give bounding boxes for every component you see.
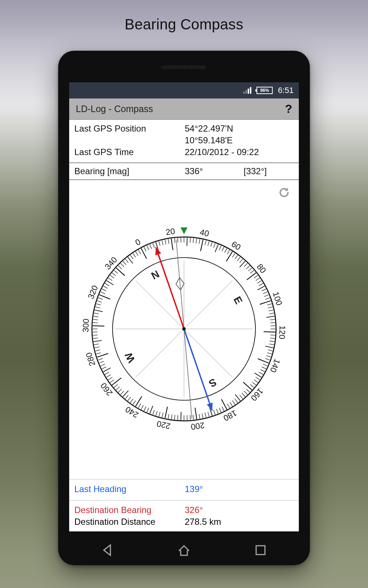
svg-line-124 [130, 399, 133, 403]
svg-line-162 [99, 295, 110, 299]
svg-line-141 [98, 358, 103, 360]
svg-line-58 [270, 319, 275, 320]
svg-line-64 [270, 338, 275, 338]
svg-text:W: W [123, 351, 137, 365]
gps-lat: 54°22.497'N [185, 123, 244, 134]
svg-line-139 [100, 364, 105, 366]
svg-line-5 [150, 244, 152, 249]
svg-line-32 [226, 251, 233, 261]
page-title: Bearing Compass [0, 0, 368, 33]
svg-line-125 [128, 397, 131, 401]
svg-line-31 [227, 250, 230, 254]
svg-line-172 [116, 268, 125, 276]
svg-line-84 [244, 391, 247, 394]
home-button[interactable] [177, 544, 191, 557]
svg-line-173 [118, 266, 121, 269]
svg-line-66 [269, 344, 274, 345]
gps-time-label: Last GPS Time [74, 147, 185, 157]
svg-line-165 [103, 286, 108, 288]
bearing-value: 336° [185, 166, 244, 176]
svg-line-96 [213, 410, 215, 415]
svg-line-54 [268, 307, 273, 308]
svg-line-112 [165, 407, 167, 418]
svg-line-76 [259, 372, 263, 375]
info-panel: Last GPS Position 54°22.497'N 10°59.148'… [69, 120, 299, 179]
svg-line-65 [270, 341, 275, 342]
svg-line-120 [141, 405, 143, 410]
compass-center [182, 327, 185, 330]
recent-button[interactable] [254, 544, 267, 557]
svg-line-71 [265, 358, 270, 360]
svg-line-167 [106, 280, 113, 285]
svg-line-45 [257, 280, 261, 283]
svg-line-107 [181, 412, 181, 420]
svg-line-170 [112, 273, 116, 276]
svg-line-110 [171, 415, 172, 419]
svg-line-129 [118, 389, 121, 392]
svg-line-209 [156, 247, 184, 329]
svg-line-147 [93, 340, 102, 341]
svg-line-133 [110, 380, 114, 383]
svg-line-180 [135, 251, 138, 255]
svg-text:260: 260 [99, 381, 114, 398]
svg-line-135 [106, 375, 110, 377]
svg-line-90 [230, 402, 233, 406]
svg-line-103 [193, 415, 194, 420]
svg-text:N: N [149, 268, 161, 282]
svg-line-98 [208, 412, 209, 417]
compass-rose[interactable]: 0204060801001201401601802002202402602803… [81, 226, 287, 432]
svg-line-44 [256, 278, 260, 280]
svg-line-57 [266, 316, 275, 317]
svg-text:20: 20 [165, 227, 176, 237]
svg-line-102 [195, 408, 197, 419]
svg-line-78 [256, 377, 260, 380]
svg-line-2 [141, 248, 146, 259]
svg-line-119 [144, 406, 146, 411]
svg-line-21 [199, 239, 200, 244]
svg-line-91 [227, 404, 230, 408]
svg-line-174 [121, 263, 124, 266]
svg-text:40: 40 [199, 227, 210, 239]
svg-line-148 [93, 338, 98, 338]
svg-line-181 [138, 250, 141, 254]
screen: 96% 6:51 LD-Log - Compass ? Last GPS Pos… [69, 82, 299, 531]
back-button[interactable] [101, 544, 114, 557]
svg-line-168 [108, 278, 112, 280]
svg-line-145 [95, 347, 99, 348]
svg-line-137 [103, 368, 111, 372]
refresh-button[interactable] [277, 186, 291, 199]
app-title: LD-Log - Compass [76, 104, 153, 114]
svg-line-4 [147, 245, 149, 250]
svg-text:S: S [207, 376, 219, 390]
svg-line-104 [190, 415, 190, 420]
svg-line-210 [184, 329, 212, 410]
svg-line-111 [168, 414, 169, 419]
svg-line-70 [266, 356, 271, 357]
svg-line-33 [233, 253, 235, 257]
svg-text:E: E [231, 294, 245, 306]
svg-line-25 [211, 242, 212, 247]
svg-line-19 [193, 238, 194, 243]
svg-line-92 [222, 399, 227, 409]
svg-line-149 [93, 335, 98, 335]
svg-line-49 [263, 292, 268, 294]
svg-line-156 [94, 313, 99, 314]
svg-line-95 [216, 409, 218, 413]
svg-text:120: 120 [277, 325, 287, 339]
svg-line-3 [144, 247, 146, 251]
help-button[interactable]: ? [285, 102, 292, 116]
svg-line-23 [205, 240, 206, 245]
svg-line-24 [208, 241, 209, 246]
svg-line-155 [93, 316, 98, 317]
device-speaker [162, 65, 206, 69]
svg-line-143 [96, 353, 101, 354]
svg-line-142 [97, 354, 108, 357]
svg-line-62 [263, 332, 275, 332]
svg-text:240: 240 [124, 405, 140, 420]
android-nav-bar [69, 535, 299, 565]
battery-level: 96% [260, 88, 269, 93]
svg-line-63 [270, 335, 275, 335]
svg-line-152 [93, 326, 105, 326]
svg-text:160: 160 [249, 386, 265, 402]
svg-line-79 [254, 380, 258, 383]
